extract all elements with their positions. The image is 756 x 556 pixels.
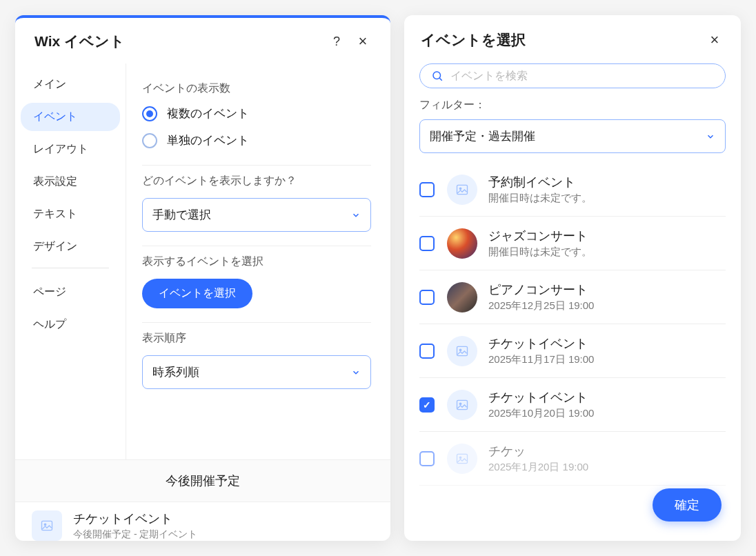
- event-row[interactable]: チケッ2025年1月20日 19:00: [419, 432, 726, 486]
- order-value: 時系列順: [152, 364, 199, 380]
- event-row[interactable]: ジャズコンサート開催日時は未定です。: [419, 217, 726, 270]
- svg-point-5: [459, 188, 461, 190]
- event-text: チケットイベント2025年10月20日 19:00: [488, 389, 594, 420]
- radio-single-event[interactable]: 単独のイベント: [142, 132, 371, 148]
- event-subtitle: 開催日時は未定です。: [488, 192, 592, 205]
- svg-line-3: [439, 78, 441, 80]
- event-checkbox[interactable]: [419, 344, 435, 359]
- event-thumbnail: [447, 228, 477, 259]
- event-checkbox[interactable]: [419, 397, 435, 413]
- event-checkbox[interactable]: [419, 451, 435, 466]
- event-row[interactable]: ピアノコンサート2025年12月25日 19:00: [419, 270, 726, 324]
- event-text: ピアノコンサート2025年12月25日 19:00: [488, 281, 594, 312]
- order-select[interactable]: 時系列順: [142, 355, 371, 389]
- svg-rect-10: [457, 454, 468, 463]
- filter-select[interactable]: 開催予定・過去開催: [419, 119, 726, 153]
- event-title: ジャズコンサート: [488, 228, 592, 244]
- event-text: チケッ2025年1月20日 19:00: [488, 443, 588, 474]
- display-count-label: イベントの表示数: [142, 81, 371, 96]
- radio-multiple-events[interactable]: 複数のイベント: [142, 106, 371, 121]
- image-placeholder-icon: [32, 510, 62, 541]
- svg-point-2: [433, 72, 441, 79]
- nav-help[interactable]: ヘルプ: [21, 310, 120, 339]
- image-placeholder-icon: [447, 175, 477, 205]
- section-display-count: イベントの表示数 複数のイベント 単独のイベント: [142, 73, 371, 166]
- nav-layout[interactable]: レイアウト: [21, 135, 120, 163]
- svg-point-11: [459, 457, 461, 459]
- event-title: ピアノコンサート: [488, 281, 594, 298]
- order-label: 表示順序: [142, 331, 371, 346]
- svg-rect-8: [457, 400, 468, 409]
- event-checkbox[interactable]: [419, 290, 435, 305]
- search-icon: [431, 70, 444, 82]
- event-checkbox[interactable]: [419, 182, 435, 197]
- svg-point-9: [459, 403, 461, 405]
- event-text: ジャズコンサート開催日時は未定です。: [488, 228, 592, 259]
- confirm-button[interactable]: 確定: [653, 488, 722, 522]
- nav-text[interactable]: テキスト: [21, 200, 120, 228]
- radio-icon-unselected: [142, 133, 157, 148]
- event-subtitle: 2025年12月25日 19:00: [488, 299, 594, 312]
- which-events-label: どのイベントを表示しますか？: [142, 174, 371, 188]
- event-title: チケットイベント: [488, 335, 594, 352]
- section-order: 表示順序 時系列順: [142, 323, 371, 403]
- settings-content: イベントの表示数 複数のイベント 単独のイベント どのイベントを表示しますか？ …: [126, 63, 390, 459]
- filter-block: フィルター： 開催予定・過去開催: [404, 98, 741, 160]
- event-checkbox[interactable]: [419, 236, 435, 251]
- event-title: チケットイベント: [488, 389, 594, 406]
- svg-rect-6: [457, 346, 468, 355]
- nav-display[interactable]: 表示設定: [21, 168, 120, 196]
- svg-rect-4: [457, 185, 468, 194]
- nav-pages[interactable]: ページ: [21, 278, 120, 306]
- radio-single-label: 単独のイベント: [167, 132, 249, 148]
- choose-events-button[interactable]: イベントを選択: [142, 279, 252, 308]
- event-picker-title: イベントを選択: [421, 30, 698, 50]
- event-row[interactable]: 予約制イベント開催日時は未定です。: [419, 163, 726, 217]
- settings-nav: メイン イベント レイアウト 表示設定 テキスト デザイン ページ ヘルプ: [15, 63, 126, 459]
- event-title: 予約制イベント: [488, 174, 592, 190]
- event-subtitle: 2025年1月20日 19:00: [488, 461, 588, 474]
- event-row[interactable]: チケットイベント2025年10月20日 19:00: [419, 378, 726, 432]
- settings-panel: Wix イベント ? × メイン イベント レイアウト 表示設定 テキスト デザ…: [15, 15, 390, 541]
- event-picker-panel: イベントを選択 × フィルター： 開催予定・過去開催 予約制イベント開催日時は未…: [404, 15, 741, 541]
- event-thumbnail: [447, 282, 477, 312]
- nav-events[interactable]: イベント: [21, 103, 120, 131]
- help-icon[interactable]: ?: [327, 32, 346, 51]
- nav-divider: [32, 268, 109, 268]
- section-which-events: どのイベントを表示しますか？ 手動で選択: [142, 166, 371, 246]
- radio-multiple-label: 複数のイベント: [167, 106, 249, 121]
- close-icon[interactable]: ×: [705, 30, 724, 50]
- chevron-down-icon: [351, 210, 361, 220]
- settings-header: Wix イベント ? ×: [15, 18, 390, 63]
- upcoming-header: 今後開催予定: [15, 459, 390, 502]
- which-events-value: 手動で選択: [152, 207, 211, 223]
- search-field[interactable]: [419, 63, 726, 88]
- search-input[interactable]: [450, 70, 714, 82]
- which-events-select[interactable]: 手動で選択: [142, 198, 371, 232]
- image-placeholder-icon: [447, 444, 477, 474]
- event-subtitle: 2025年10月20日 19:00: [488, 407, 594, 420]
- event-subtitle: 2025年11月17日 19:00: [488, 353, 594, 366]
- choose-events-label: 表示するイベントを選択: [142, 255, 371, 269]
- image-placeholder-icon: [447, 390, 477, 420]
- nav-main[interactable]: メイン: [21, 70, 120, 99]
- upcoming-list-item[interactable]: チケットイベント 今後開催予定 - 定期イベント: [15, 502, 390, 541]
- image-placeholder-icon: [447, 336, 477, 366]
- close-icon[interactable]: ×: [353, 32, 372, 51]
- svg-point-1: [44, 524, 46, 526]
- upcoming-item-title: チケットイベント: [73, 510, 197, 527]
- event-list: 予約制イベント開催日時は未定です。ジャズコンサート開催日時は未定です。ピアノコン…: [404, 160, 741, 541]
- event-picker-header: イベントを選択 ×: [404, 15, 741, 58]
- nav-design[interactable]: デザイン: [21, 232, 120, 261]
- event-row[interactable]: チケットイベント2025年11月17日 19:00: [419, 324, 726, 378]
- chevron-down-icon: [706, 132, 715, 141]
- upcoming-item-sub: 今後開催予定 - 定期イベント: [73, 528, 197, 541]
- event-text: 予約制イベント開催日時は未定です。: [488, 174, 592, 205]
- section-choose-events: 表示するイベントを選択 イベントを選択: [142, 246, 371, 323]
- event-title: チケッ: [488, 443, 588, 459]
- radio-icon-selected: [142, 106, 157, 121]
- chevron-down-icon: [351, 368, 361, 377]
- filter-value: 開催予定・過去開催: [430, 128, 535, 144]
- event-subtitle: 開催日時は未定です。: [488, 246, 592, 259]
- filter-label: フィルター：: [419, 98, 726, 112]
